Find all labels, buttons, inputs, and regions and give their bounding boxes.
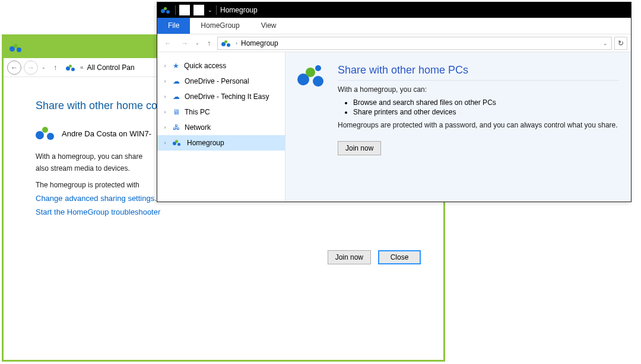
monitor-icon: 🖥 [173, 108, 180, 116]
explorer-body: › ★ Quick access › ☁ OneDrive - Personal… [157, 52, 631, 202]
up-button[interactable]: ↑ [49, 62, 61, 74]
sidebar-item-network[interactable]: › 🖧 Network [157, 120, 285, 135]
expand-icon[interactable]: › [162, 63, 168, 69]
star-icon: ★ [173, 62, 179, 70]
expand-icon[interactable]: › [162, 124, 168, 130]
chevron-down-icon[interactable]: ⌄ [603, 40, 608, 46]
tab-homegroup[interactable]: HomeGroup [190, 18, 250, 34]
sidebar-item-onedrive-personal[interactable]: › ☁ OneDrive - Personal [157, 74, 285, 89]
up-button[interactable]: ↑ [203, 37, 215, 49]
sidebar-item-label: This PC [185, 108, 210, 116]
homegroup-icon [161, 6, 172, 14]
window-titlebar[interactable]: ⌄ Homegroup [157, 2, 631, 18]
chevron-left-icon: « [80, 64, 84, 71]
expand-icon[interactable]: › [162, 78, 168, 84]
feature-list: Browse and search shared files on other … [353, 98, 619, 116]
sidebar-item-onedrive-teching[interactable]: › ☁ OneDrive - Teching It Easy [157, 89, 285, 104]
sidebar-item-label: OneDrive - Personal [185, 77, 249, 85]
sidebar-item-label: OneDrive - Teching It Easy [185, 92, 269, 101]
list-item: Share printers and other devices [353, 108, 619, 116]
sidebar-item-label: Quick access [184, 62, 226, 70]
window-title: Homegroup [220, 6, 258, 14]
separator-icon [216, 5, 217, 15]
breadcrumb-label: All Control Pan [87, 63, 135, 72]
homegroup-icon [66, 63, 77, 72]
recent-locations-dropdown[interactable]: ⌄ [40, 65, 47, 70]
sidebar-item-quick-access[interactable]: › ★ Quick access [157, 58, 285, 74]
forward-button[interactable]: → [24, 60, 38, 75]
homegroup-icon [221, 39, 232, 47]
intro-text: With a homegroup, you can: [338, 85, 619, 94]
back-button[interactable]: ← [161, 36, 175, 50]
chevron-right-icon: › [236, 40, 237, 46]
sidebar-item-label: Network [185, 123, 211, 132]
separator-icon [175, 5, 176, 15]
expand-icon[interactable]: › [162, 109, 168, 115]
protection-text: Homegroups are protected with a password… [338, 121, 619, 129]
refresh-button[interactable]: ↻ [614, 37, 627, 50]
address-bar-row: ← → ⌄ ↑ › Homegroup ⌄ ↻ [157, 34, 631, 52]
ribbon-tabs: File HomeGroup View [157, 18, 631, 34]
explorer-homegroup-window: ⌄ Homegroup File HomeGroup View ← → ⌄ ↑ … [157, 2, 632, 202]
sidebar-item-label: Homegroup [187, 139, 224, 147]
button-row: Join now Close [328, 250, 421, 264]
close-button[interactable]: Close [378, 250, 421, 264]
tab-file[interactable]: File [157, 18, 190, 34]
navigation-pane: › ★ Quick access › ☁ OneDrive - Personal… [157, 52, 285, 202]
main-pane: Share with other home PCs With a homegro… [285, 52, 631, 202]
address-bar[interactable]: › Homegroup ⌄ [217, 37, 612, 50]
sidebar-item-this-pc[interactable]: › 🖥 This PC [157, 104, 285, 120]
address-text: Homegroup [241, 39, 278, 47]
creator-text: Andre Da Costa on WIN7- [62, 129, 151, 138]
troubleshooter-link[interactable]: Start the HomeGroup troubleshooter [36, 207, 443, 216]
qat-newfolder-icon[interactable] [193, 5, 204, 15]
tab-view[interactable]: View [250, 18, 287, 34]
expand-icon[interactable]: › [162, 94, 168, 100]
homegroup-large-icon [297, 64, 325, 91]
expand-icon[interactable]: › [162, 140, 168, 146]
forward-button[interactable]: → [177, 36, 192, 50]
join-now-button[interactable]: Join now [338, 141, 381, 155]
cloud-icon: ☁ [173, 92, 180, 101]
recent-locations-dropdown[interactable]: ⌄ [194, 40, 201, 46]
list-item: Browse and search shared files on other … [353, 98, 619, 107]
cloud-icon: ☁ [173, 77, 180, 85]
back-button[interactable]: ← [7, 60, 21, 75]
qat-properties-icon[interactable] [179, 5, 190, 15]
qat-dropdown-icon[interactable]: ⌄ [208, 7, 212, 13]
network-icon: 🖧 [173, 123, 180, 132]
homegroup-icon [9, 42, 23, 53]
homegroup-people-icon [36, 125, 56, 142]
sidebar-item-homegroup[interactable]: › Homegroup [157, 135, 285, 151]
main-heading: Share with other home PCs [338, 64, 619, 81]
breadcrumb[interactable]: « All Control Pan [66, 63, 135, 72]
join-now-button[interactable]: Join now [328, 250, 371, 264]
homegroup-icon [173, 139, 182, 146]
